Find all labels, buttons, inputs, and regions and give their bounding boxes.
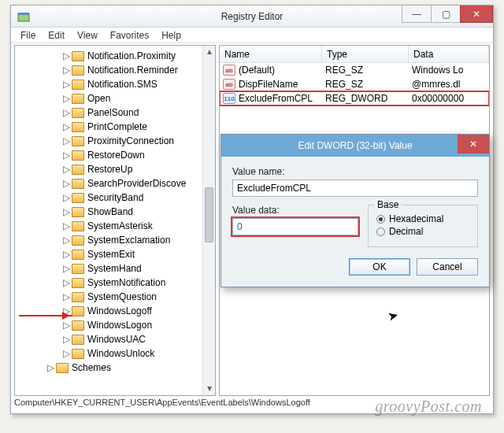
col-data[interactable]: Data (409, 46, 489, 62)
value-type: REG_SZ (325, 65, 412, 76)
expander-icon[interactable]: ▷ (62, 192, 70, 203)
dialog-close-button[interactable]: ✕ (458, 135, 489, 154)
tree-item[interactable]: ▷WindowsLogon (18, 318, 215, 332)
tree-item[interactable]: ▷SystemExclamation (18, 233, 215, 247)
folder-icon (72, 94, 84, 104)
expander-icon[interactable]: ▷ (62, 291, 70, 302)
folder-icon (72, 320, 84, 331)
expander-icon[interactable]: ▷ (62, 107, 70, 118)
expander-icon[interactable]: ▷ (62, 79, 70, 90)
scroll-down-icon[interactable]: ▾ (203, 383, 215, 395)
menu-file[interactable]: File (14, 28, 42, 43)
tree-item[interactable]: ▷Notification.SMS (18, 77, 215, 91)
tree-item[interactable]: ▷SystemHand (18, 261, 215, 276)
dialog-titlebar[interactable]: Edit DWORD (32-bit) Value ✕ (221, 135, 489, 157)
value-row[interactable]: abDispFileNameREG_SZ@mmres.dl (220, 77, 489, 91)
dialog-title: Edit DWORD (32-bit) Value (221, 140, 489, 151)
menu-view[interactable]: View (71, 28, 104, 43)
expander-icon[interactable]: ▷ (62, 65, 70, 76)
value-row[interactable]: 110ExcludeFromCPLREG_DWORD0x00000000 (220, 91, 489, 105)
expander-icon[interactable]: ▷ (62, 93, 70, 104)
tree-item[interactable]: ▷Notification.Reminder (18, 63, 215, 77)
value-data: @mmres.dl (412, 79, 489, 90)
folder-icon (72, 122, 84, 132)
tree-item[interactable]: ▷PrintComplete (18, 120, 215, 134)
tree-item-label: SystemHand (87, 263, 142, 274)
tree-item[interactable]: ▷Open (18, 91, 215, 105)
titlebar[interactable]: Registry Editor — ▢ ✕ (11, 6, 493, 28)
menubar: File Edit View Favorites Help (11, 28, 493, 43)
value-type-icon: 110 (223, 93, 235, 104)
radio-hexadecimal[interactable]: Hexadecimal (376, 213, 469, 224)
radio-dot-icon (376, 215, 385, 224)
maximize-button[interactable]: ▢ (431, 6, 461, 23)
tree-item[interactable]: ▷Schemes (18, 361, 215, 375)
folder-icon (72, 250, 84, 260)
folder-icon (72, 235, 84, 246)
expander-icon[interactable]: ▷ (46, 362, 54, 373)
valuedata-label: Value data: (232, 205, 358, 216)
expander-icon[interactable]: ▷ (62, 220, 70, 231)
valuedata-input[interactable] (232, 218, 358, 235)
expander-icon[interactable]: ▷ (62, 320, 70, 331)
ok-button[interactable]: OK (349, 258, 410, 276)
expander-icon[interactable]: ▷ (62, 334, 70, 345)
radio-decimal[interactable]: Decimal (376, 226, 469, 237)
tree-item[interactable]: ▷ProximityConnection (18, 134, 215, 148)
tree-item[interactable]: ▷SystemQuestion (18, 290, 215, 304)
col-type[interactable]: Type (322, 46, 409, 62)
tree-item[interactable]: ▷SearchProviderDiscove (18, 176, 215, 191)
tree-item[interactable]: ▷WindowsUAC (18, 332, 215, 346)
expander-icon[interactable]: ▷ (62, 263, 70, 274)
tree-item[interactable]: ▷WindowsUnlock (18, 346, 215, 361)
tree-item-label: Schemes (72, 362, 111, 373)
value-row[interactable]: ab(Default)REG_SZWindows Lo (220, 63, 489, 77)
tree-item[interactable]: ▷RestoreUp (18, 162, 215, 176)
tree-item-label: SearchProviderDiscove (87, 178, 186, 189)
cancel-button[interactable]: Cancel (417, 258, 478, 276)
tree-item[interactable]: ▷PanelSound (18, 105, 215, 120)
menu-edit[interactable]: Edit (42, 28, 71, 43)
col-name[interactable]: Name (220, 46, 322, 62)
expander-icon[interactable]: ▷ (62, 150, 70, 161)
expander-icon[interactable]: ▷ (62, 206, 70, 217)
tree-item[interactable]: ▷SecurityBand (18, 191, 215, 205)
expander-icon[interactable]: ▷ (62, 50, 70, 61)
tree-pane[interactable]: ▷Notification.Proximity▷Notification.Rem… (14, 45, 216, 396)
radio-dot-icon (376, 228, 385, 236)
expander-icon[interactable]: ▷ (62, 348, 70, 359)
expander-icon[interactable]: ▷ (62, 235, 70, 246)
tree-item[interactable]: ▷RestoreDown (18, 148, 215, 162)
expander-icon[interactable]: ▷ (62, 121, 70, 132)
tree-item[interactable]: ▷SystemExit (18, 247, 215, 261)
scroll-thumb[interactable] (205, 187, 213, 242)
expander-icon[interactable]: ▷ (62, 277, 70, 288)
close-button[interactable]: ✕ (460, 6, 493, 23)
expander-icon[interactable]: ▷ (62, 178, 70, 189)
tree-scrollbar[interactable]: ▴ ▾ (202, 46, 215, 395)
expander-icon[interactable]: ▷ (62, 249, 70, 260)
list-header[interactable]: Name Type Data (220, 46, 489, 63)
tree-item[interactable]: ▷ShowBand (18, 205, 215, 219)
folder-icon (72, 150, 84, 161)
scroll-up-icon[interactable]: ▴ (203, 46, 215, 58)
menu-help[interactable]: Help (155, 28, 187, 43)
tree-item[interactable]: ▷Notification.Proximity (18, 49, 215, 63)
valuename-input[interactable] (232, 179, 478, 197)
valuename-label: Value name: (232, 166, 478, 177)
edit-dword-dialog: Edit DWORD (32-bit) Value ✕ Value name: … (220, 134, 490, 287)
expander-icon[interactable]: ▷ (62, 164, 70, 175)
tree-item-label: WindowsUnlock (87, 348, 154, 359)
tree-item[interactable]: ▷SystemNotification (18, 276, 215, 290)
expander-icon[interactable]: ▷ (62, 135, 70, 146)
minimize-button[interactable]: — (402, 6, 432, 23)
value-name: ExcludeFromCPL (239, 93, 325, 104)
tree-item-label: ShowBand (87, 206, 133, 217)
value-data: 0x00000000 (412, 93, 489, 104)
value-type-icon: ab (223, 79, 235, 90)
folder-icon (72, 179, 84, 189)
window-buttons: — ▢ ✕ (402, 6, 493, 23)
tree-item[interactable]: ▷SystemAsterisk (18, 219, 215, 233)
menu-favorites[interactable]: Favorites (104, 28, 155, 43)
folder-icon (72, 349, 84, 359)
